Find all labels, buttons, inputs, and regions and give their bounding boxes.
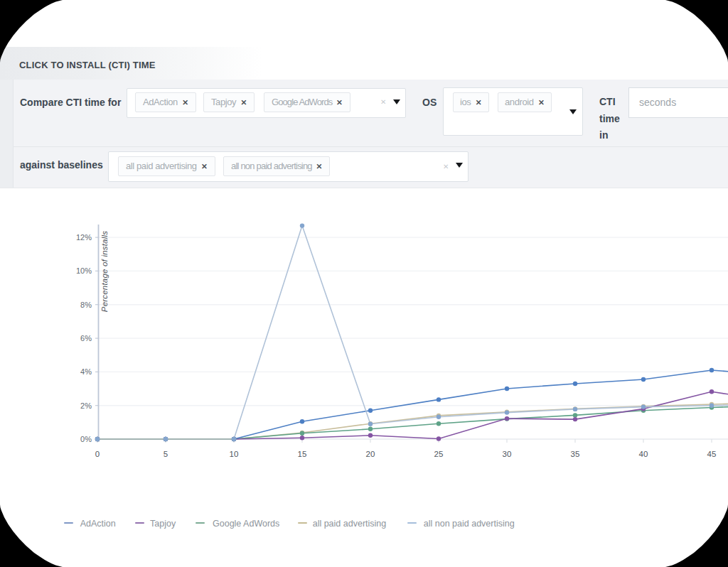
svg-text:6%: 6% [80,334,92,342]
svg-text:12%: 12% [76,233,92,242]
svg-text:10%: 10% [76,266,92,275]
svg-text:5: 5 [164,450,168,458]
svg-text:4%: 4% [80,367,92,376]
svg-text:2%: 2% [80,401,92,410]
svg-text:40: 40 [639,450,648,458]
svg-text:15: 15 [298,450,307,458]
svg-text:20: 20 [366,450,375,458]
svg-text:35: 35 [571,450,580,458]
svg-text:30: 30 [503,450,512,458]
svg-text:10: 10 [230,450,239,458]
svg-text:8%: 8% [80,301,92,309]
svg-text:25: 25 [434,450,444,458]
svg-text:45: 45 [707,450,717,458]
svg-text:0: 0 [95,450,100,458]
svg-text:Percentage of installs: Percentage of installs [100,231,109,312]
svg-text:0%: 0% [80,435,92,443]
